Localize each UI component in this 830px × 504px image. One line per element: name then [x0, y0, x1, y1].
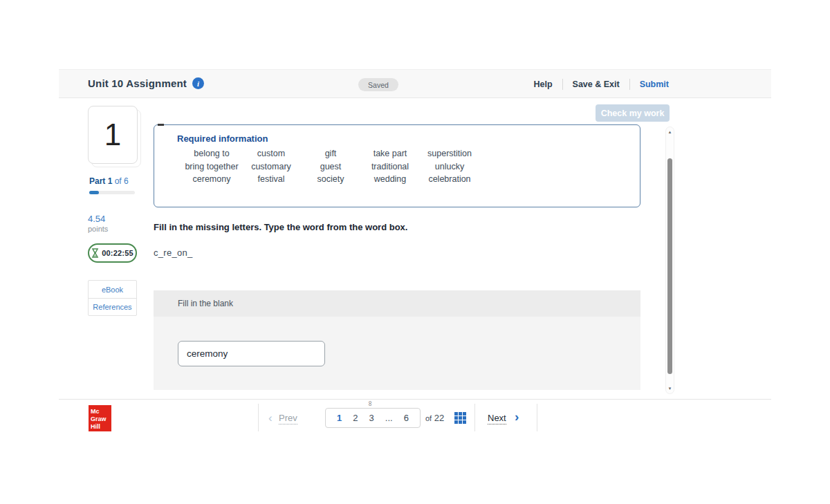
- word-item: celebration: [428, 174, 470, 185]
- scroll-down-icon[interactable]: ▼: [666, 386, 674, 391]
- page-selector: 1 2 3 ... 6: [325, 408, 421, 428]
- word-item: superstition: [427, 149, 472, 160]
- assignment-title: Unit 10 Assignment: [88, 77, 187, 89]
- divider: [258, 404, 259, 431]
- points-value: 4.54: [88, 214, 105, 224]
- part-label-bold: Part 1: [89, 176, 112, 186]
- page-6-button[interactable]: 6: [404, 413, 409, 423]
- hourglass-icon: [91, 248, 99, 258]
- word-item: belong to: [194, 149, 229, 160]
- resource-buttons: eBook References: [88, 280, 137, 316]
- part-progress-fill: [89, 191, 99, 194]
- word-item: guest: [320, 162, 342, 173]
- page-count: of 22: [425, 413, 444, 423]
- header-actions: Help Save & Exit Submit: [524, 70, 669, 99]
- word-box-title: Required information: [177, 133, 268, 144]
- word-item: wedding: [374, 174, 407, 185]
- part-label-rest: of 6: [112, 176, 128, 186]
- assignment-header-bar: Unit 10 Assignment i Saved Help Save & E…: [59, 69, 771, 98]
- check-my-work-button[interactable]: Check my work: [596, 104, 670, 122]
- word-item: unlucky: [435, 162, 464, 173]
- word-grid: belong to custom gift take part supersti…: [182, 149, 479, 185]
- part-progress-label: Part 1 of 6: [89, 176, 129, 186]
- word-item: society: [317, 174, 344, 185]
- word-item: ceremony: [193, 174, 231, 185]
- scrollbar-thumb[interactable]: [667, 158, 672, 374]
- mcgraw-hill-logo: Mc Graw Hill: [89, 405, 111, 431]
- of-label: of: [425, 414, 432, 422]
- page-grid-icon[interactable]: [454, 412, 466, 424]
- page: Unit 10 Assignment i Saved Help Save & E…: [0, 0, 830, 504]
- ebook-button[interactable]: eBook: [89, 281, 136, 298]
- logo-text: Hill: [91, 423, 111, 431]
- vertical-scrollbar[interactable]: ▲ ▼: [665, 127, 674, 394]
- word-item: customary: [251, 162, 291, 173]
- timer-badge: 00:22:55: [88, 243, 137, 263]
- saved-status-badge: Saved: [358, 78, 398, 91]
- references-button[interactable]: References: [89, 298, 136, 315]
- points-label: points: [88, 225, 108, 233]
- workspace: 1 Part 1 of 6 4.54 points 00:22:55 eBook…: [59, 98, 771, 399]
- missing-letters-clue: c_re_on_: [154, 248, 193, 258]
- question-number: 1: [104, 120, 121, 150]
- footer-bar: Mc Graw Hill ‹ Prev 1 2 3 ... 6 ∞ of 22 …: [59, 399, 771, 447]
- part-progress-bar: [89, 191, 135, 194]
- word-item: bring together: [185, 162, 238, 173]
- word-box: Required information belong to custom gi…: [154, 124, 640, 207]
- logo-text: Mc: [91, 408, 111, 416]
- word-item: festival: [258, 174, 285, 185]
- help-button[interactable]: Help: [524, 80, 562, 89]
- next-chevron-icon[interactable]: ›: [515, 409, 519, 424]
- prev-chevron-icon[interactable]: ‹: [268, 411, 273, 425]
- submit-button[interactable]: Submit: [630, 80, 669, 89]
- total-pages: 22: [434, 413, 444, 423]
- page-2-button[interactable]: 2: [353, 413, 358, 423]
- next-button[interactable]: Next: [488, 413, 506, 424]
- answer-section-header: Fill in the blank: [154, 290, 640, 317]
- page-ellipsis: ...: [385, 413, 393, 423]
- timer-value: 00:22:55: [102, 249, 133, 257]
- word-item: gift: [325, 149, 337, 160]
- scrolled-content-remnant: [158, 124, 164, 126]
- logo-text: Graw: [91, 416, 111, 423]
- word-item: custom: [257, 149, 285, 160]
- info-icon[interactable]: i: [192, 77, 204, 89]
- link-icon: ∞: [367, 401, 375, 407]
- page-3-button[interactable]: 3: [369, 413, 374, 423]
- scroll-up-icon[interactable]: ▲: [666, 130, 674, 134]
- divider: [537, 404, 537, 431]
- answer-section: Fill in the blank: [154, 290, 640, 390]
- question-number-card[interactable]: 1: [88, 106, 138, 164]
- page-1-button[interactable]: 1: [337, 413, 342, 423]
- question-prompt: Fill in the missing letters. Type the wo…: [154, 222, 407, 232]
- prev-button[interactable]: Prev: [279, 413, 297, 424]
- divider: [474, 404, 475, 431]
- word-item: traditional: [371, 162, 409, 173]
- save-and-exit-button[interactable]: Save & Exit: [563, 80, 629, 89]
- word-item: take part: [374, 149, 407, 160]
- answer-input[interactable]: [178, 341, 325, 366]
